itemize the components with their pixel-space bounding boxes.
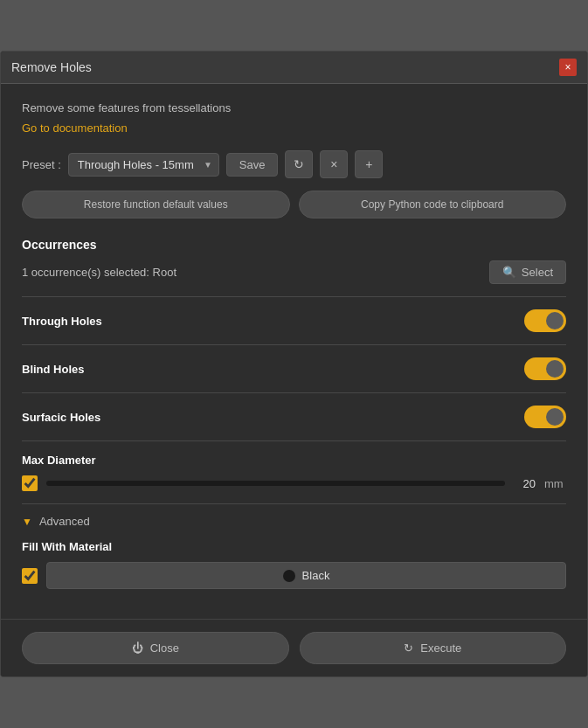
blind-holes-row: Blind Holes: [22, 345, 566, 393]
clear-preset-button[interactable]: ×: [320, 150, 348, 178]
max-diameter-checkbox[interactable]: [22, 475, 38, 491]
through-holes-toggle[interactable]: [524, 309, 566, 332]
advanced-row[interactable]: ▼ Advanced: [22, 504, 566, 537]
max-diameter-section: Max Diameter 20 mm: [22, 441, 566, 504]
preset-select[interactable]: Through Holes - 15mm: [68, 153, 219, 177]
save-button[interactable]: Save: [226, 153, 279, 177]
select-label: Select: [522, 266, 553, 279]
preset-label: Preset :: [22, 158, 61, 171]
remove-holes-dialog: Remove Holes × Remove some features from…: [0, 51, 588, 677]
select-button[interactable]: 🔍 Select: [489, 260, 566, 284]
material-color-dot: [283, 570, 295, 582]
doc-link[interactable]: Go to documentation: [22, 121, 128, 135]
close-title-btn[interactable]: ×: [559, 59, 577, 76]
fill-material-title: Fill With Material: [22, 540, 566, 553]
refresh-preset-button[interactable]: ↻: [285, 150, 313, 178]
surfacic-holes-slider: [524, 406, 566, 428]
max-diameter-value: 20: [514, 477, 536, 490]
execute-label: Execute: [420, 641, 461, 655]
fill-material-section: Fill With Material Black: [22, 537, 566, 601]
preset-row: Preset : Through Holes - 15mm Save ↻ × +: [22, 150, 566, 178]
occurrence-row: 1 occurrence(s) selected: Root 🔍 Select: [22, 260, 566, 284]
material-select-button[interactable]: Black: [46, 562, 566, 589]
close-button[interactable]: ⏻ Close: [22, 632, 289, 664]
surfacic-holes-toggle[interactable]: [524, 406, 566, 428]
action-row: Restore function default values Copy Pyt…: [22, 191, 566, 218]
search-icon: 🔍: [502, 266, 516, 279]
dialog-title: Remove Holes: [11, 60, 92, 74]
surfacic-holes-row: Surfacic Holes: [22, 393, 566, 441]
footer: ⏻ Close ↻ Execute: [1, 619, 587, 676]
refresh-icon: ↻: [404, 641, 413, 655]
blind-holes-toggle[interactable]: [524, 357, 566, 380]
max-diameter-unit: mm: [544, 477, 566, 490]
max-diameter-slider[interactable]: [46, 481, 505, 486]
description-text: Remove some features from tessellations: [22, 101, 566, 114]
blind-holes-slider: [524, 357, 566, 380]
power-icon: ⏻: [132, 641, 143, 655]
preset-wrapper: Through Holes - 15mm: [68, 153, 219, 177]
dialog-content: Remove some features from tessellations …: [1, 84, 587, 619]
fill-material-checkbox[interactable]: [22, 568, 38, 584]
occurrence-text: 1 occurrence(s) selected: Root: [22, 266, 176, 279]
advanced-label: Advanced: [39, 515, 90, 528]
fill-material-row: Black: [22, 562, 566, 589]
surfacic-holes-label: Surfacic Holes: [22, 411, 100, 424]
title-bar: Remove Holes ×: [1, 52, 587, 84]
chevron-down-icon: ▼: [22, 516, 32, 528]
through-holes-slider: [524, 309, 566, 332]
copy-python-button[interactable]: Copy Python code to clipboard: [299, 191, 567, 218]
max-diameter-row: 20 mm: [22, 475, 566, 491]
add-preset-button[interactable]: +: [355, 150, 383, 178]
blind-holes-label: Blind Holes: [22, 363, 85, 376]
through-holes-label: Through Holes: [22, 315, 102, 328]
max-diameter-title: Max Diameter: [22, 454, 566, 467]
execute-button[interactable]: ↻ Execute: [300, 632, 567, 664]
material-label: Black: [302, 569, 330, 582]
occurrences-section-title: Occurrences: [22, 238, 566, 252]
through-holes-row: Through Holes: [22, 297, 566, 345]
close-label: Close: [150, 641, 179, 655]
restore-defaults-button[interactable]: Restore function default values: [22, 191, 290, 218]
